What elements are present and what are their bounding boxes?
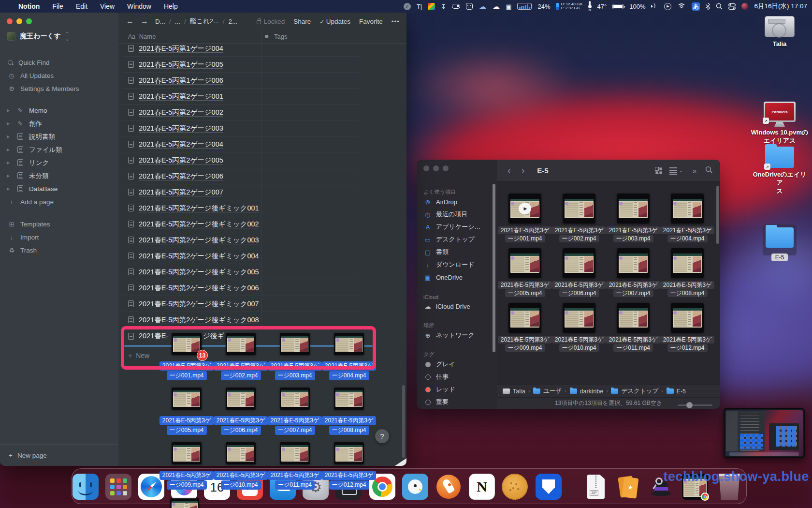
notion-table-row[interactable]: 2021春E-5丙第1ゲージ004	[122, 41, 359, 57]
finder-sidebar-tag[interactable]: グレイ	[417, 358, 497, 371]
toolbar-more-icon[interactable]: »	[693, 166, 696, 175]
installer-icon[interactable]: ↧	[441, 3, 446, 10]
finder-file-item[interactable]: 2021春E-5丙第3ゲージ008.mp4	[660, 244, 714, 299]
forward-button[interactable]: →	[141, 17, 148, 26]
window-controls[interactable]	[423, 165, 449, 171]
desktop-icon-windows-alias[interactable]: Parallels ↗ Windows 10.pvmのエイリアス	[751, 102, 809, 145]
icon-size-slider[interactable]	[678, 404, 712, 406]
face-app-icon[interactable]	[466, 3, 473, 10]
finder-file-item[interactable]: 2021春E-5丙第3ゲージ001.mp4	[498, 190, 552, 244]
bluetooth-icon[interactable]	[706, 3, 710, 10]
back-button[interactable]: ←	[126, 17, 134, 26]
finder-sidebar-item[interactable]: Aアプリケーシ…	[417, 221, 497, 233]
finder-sidebar-item[interactable]: ⊕ネットワーク	[417, 329, 497, 342]
notion-table-row[interactable]: 2021春E-5丙第2ゲージ004	[122, 136, 359, 152]
breadcrumb-item[interactable]: ...	[175, 18, 180, 25]
dock-rocket-app-icon[interactable]	[435, 474, 462, 500]
menu-item[interactable]: View	[100, 2, 115, 10]
search-icon[interactable]	[716, 3, 723, 10]
finder-sidebar-item[interactable]: ▢書類	[417, 246, 497, 258]
finder-file-item[interactable]: 2021春E-5丙第3ゲージ009.mp4	[498, 299, 552, 354]
sidebar-item-quick-find[interactable]: Quick Find	[0, 56, 118, 69]
dragged-file-ghost[interactable]: 2021春E-5丙第3ゲージ007.mp4	[268, 385, 322, 439]
sidebar-page-item[interactable]: ▶ 説明書類	[0, 130, 118, 143]
group-by-button[interactable]: ⌄	[669, 167, 683, 174]
sidebar-page-item[interactable]: ▶ DataBase	[0, 182, 118, 195]
sidebar-page-item[interactable]: ▶ ✎ 創作	[0, 117, 118, 130]
cloud-app-icon[interactable]: ☁	[492, 2, 500, 11]
dragged-file-ghost[interactable]: 2021春E-5丙第3ゲージ010.mp4	[214, 439, 268, 494]
finder-search-icon[interactable]	[705, 166, 712, 175]
sidebar-page-item[interactable]: ▶ リンク	[0, 156, 118, 169]
dock-tweetbot-icon[interactable]	[402, 474, 428, 500]
dock-finder-icon[interactable]	[72, 474, 99, 500]
volume-icon[interactable]	[651, 3, 658, 9]
battery-icon[interactable]	[612, 4, 624, 9]
path-bar-item[interactable]: ユーザ›	[533, 387, 566, 395]
forward-button[interactable]: ›	[522, 165, 525, 176]
notion-table-row[interactable]: 2021春E-5丙第2ゲージ後ギミック001	[122, 200, 359, 216]
finder-sidebar-tag[interactable]: 重要	[417, 396, 497, 408]
notion-table-row[interactable]: 2021春E-5丙第2ゲージ後ギミック006	[122, 280, 359, 296]
add-a-page-button[interactable]: +Add a page	[0, 195, 118, 209]
disclosure-triangle-icon[interactable]: ▶	[7, 161, 12, 165]
finder-file-item[interactable]: 2021春E-5丙第3ゲージ003.mp4	[606, 190, 660, 244]
app-menu[interactable]: Notion	[18, 2, 40, 10]
locked-toggle[interactable]: Locked	[257, 18, 285, 25]
wifi-icon[interactable]	[677, 3, 686, 10]
breadcrumb-item[interactable]: D...	[155, 18, 165, 25]
onedrive-cloud-icon[interactable]: ☁	[478, 2, 486, 11]
workspace-switcher[interactable]: 魔王わーくす ⌃⌄	[7, 31, 69, 42]
disclosure-triangle-icon[interactable]: ▶	[7, 121, 12, 126]
sidebar-item-settings[interactable]: ⚙Settings & Members	[0, 82, 118, 95]
play-menu-icon[interactable]: ▶	[664, 3, 671, 10]
help-button[interactable]: ?	[375, 429, 389, 443]
disclosure-triangle-icon[interactable]: ▶	[7, 134, 12, 139]
menu-item[interactable]: Help	[164, 2, 178, 10]
window-app-icon[interactable]: ▣	[506, 3, 511, 10]
path-bar-item[interactable]: E-5›	[667, 388, 686, 395]
disclosure-triangle-icon[interactable]: ▶	[7, 187, 12, 191]
finder-sidebar-tag[interactable]: レッド	[417, 383, 497, 396]
notion-table-row[interactable]: 2021春E-5丙第2ゲージ後ギミック003	[122, 232, 359, 248]
content-scrollbar[interactable]	[716, 186, 719, 244]
more-options-icon[interactable]: •••	[392, 18, 400, 25]
disclosure-triangle-icon[interactable]: ▶	[7, 148, 12, 152]
new-page-button[interactable]: +New page	[0, 444, 118, 466]
palette-app-icon[interactable]	[428, 3, 435, 10]
finder-sidebar-item[interactable]: ⊚AirDrop	[417, 195, 497, 208]
dock-bitwarden-icon[interactable]	[536, 474, 562, 500]
control-center-icon[interactable]	[728, 3, 736, 10]
notion-table-row[interactable]: 2021春E-5丙第2ゲージ003	[122, 120, 359, 136]
share-button[interactable]: Share	[293, 18, 311, 25]
name-column-header[interactable]: Name	[139, 33, 156, 40]
disclosure-triangle-icon[interactable]: ▶	[7, 108, 12, 113]
sidebar-item-all-updates[interactable]: ◷All Updates	[0, 69, 118, 82]
path-bar-item[interactable]: darktribe›	[570, 388, 608, 395]
finder-file-item[interactable]: 2021春E-5丙第3ゲージ006.mp4	[552, 244, 606, 299]
notion-table-row[interactable]: 2021春E-5丙第1ゲージ005	[122, 57, 359, 73]
finder-file-item[interactable]: 2021春E-5丙第3ゲージ002.mp4	[552, 190, 606, 244]
dragged-file-ghost[interactable]: 2021春E-5丙第3ゲージ009.mp4	[160, 439, 214, 494]
sidebar-page-item[interactable]: ▶ ファイル類	[0, 143, 118, 156]
ime-input-badge[interactable]: あ	[692, 2, 700, 11]
dragged-file-ghost[interactable]: 2021春E-5丙第3ゲージ008.mp4	[322, 385, 376, 439]
app-dot-icon[interactable]	[741, 3, 748, 10]
window-controls[interactable]	[7, 18, 32, 24]
notion-table-row[interactable]: 2021春E-5丙第2ゲージ002	[122, 105, 359, 120]
notion-table-row[interactable]: 2021春E-5丙第2ゲージ後ギミック002	[122, 216, 359, 232]
dragged-file-ghost[interactable]: 2021春E-5丙第3ゲージ006.mp4	[214, 385, 268, 439]
menu-item[interactable]: File	[52, 2, 63, 10]
dock-zip-file-icon[interactable]: ZIP	[583, 474, 609, 500]
finder-file-item[interactable]: 2021春E-5丙第3ゲージ005.mp4	[498, 244, 552, 299]
dock-tickets-app-icon[interactable]: ★	[615, 474, 641, 500]
desktop-icon-e5[interactable]: E-5	[751, 227, 809, 262]
breadcrumb-item[interactable]: 艦これ2...	[190, 17, 219, 26]
menu-clock[interactable]: 6月16日(水) 17:07	[754, 2, 807, 11]
notion-table-row[interactable]: 2021春E-5丙第2ゲージ001	[122, 89, 359, 105]
menu-item[interactable]: Edit	[76, 2, 87, 10]
dragged-file-ghost[interactable]: 2021春E-5丙第3ゲージ012.mp4	[322, 439, 376, 494]
finder-sidebar-tag[interactable]: 仕事	[417, 371, 497, 383]
finder-file-item[interactable]: 2021春E-5丙第3ゲージ007.mp4	[606, 244, 660, 299]
sidebar-page-item[interactable]: ▶ 未分類	[0, 169, 118, 182]
